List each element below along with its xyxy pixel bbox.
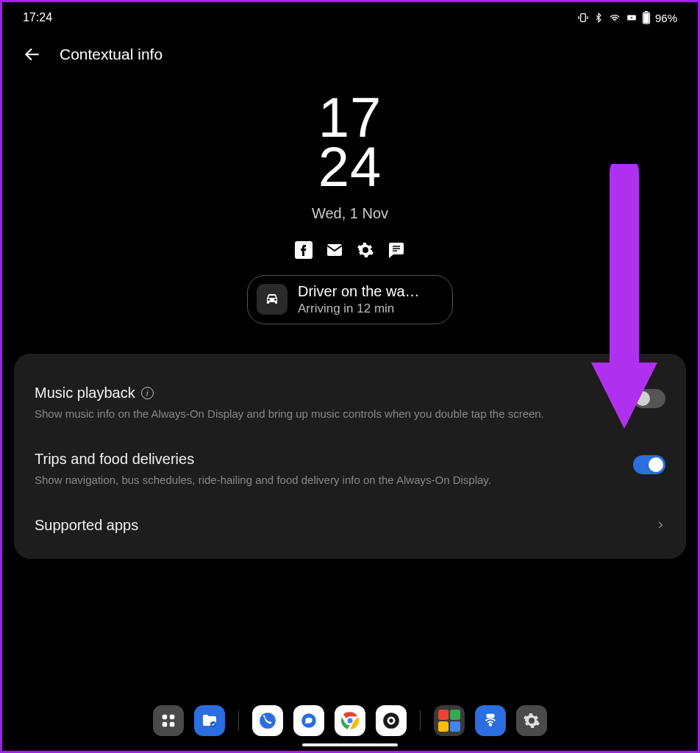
svg-rect-7: [643, 13, 649, 23]
remote-app-icon[interactable]: [475, 705, 506, 736]
bluetooth-icon: [593, 12, 604, 24]
clock-minute: 24: [318, 143, 382, 192]
notification-icons: [295, 241, 405, 259]
svg-rect-6: [645, 11, 648, 13]
svg-rect-16: [170, 715, 174, 719]
app-drawer-icon[interactable]: [153, 705, 184, 736]
svg-text:×: ×: [630, 15, 633, 20]
setting-supported-title: Supported apps: [35, 517, 138, 534]
facebook-icon: [295, 241, 312, 259]
nav-separator: [238, 710, 239, 731]
vibrate-icon: [577, 12, 589, 24]
clock-widget: 17 24: [318, 93, 382, 192]
svg-rect-35: [487, 715, 493, 718]
context-card-title: Driver on the wa…: [298, 283, 420, 300]
setting-trips[interactable]: Trips and food deliveries Show navigatio…: [35, 439, 665, 499]
messages-app-icon[interactable]: [293, 705, 324, 736]
setting-trips-desc: Show navigation, bus schedules, ride-hai…: [35, 472, 618, 488]
setting-trips-title: Trips and food deliveries: [35, 451, 194, 468]
svg-rect-0: [581, 14, 586, 22]
svg-rect-18: [170, 722, 174, 727]
context-card: Driver on the wa… Arriving in 12 min: [247, 275, 453, 324]
chrome-app-icon[interactable]: [335, 705, 365, 736]
svg-rect-32: [438, 721, 449, 732]
back-arrow-icon[interactable]: [23, 45, 42, 64]
gear-icon: [357, 241, 374, 259]
svg-rect-33: [450, 721, 460, 732]
settings-panel: Music playback i Show music info on the …: [14, 354, 686, 559]
data-icon: ×: [626, 13, 638, 23]
svg-rect-31: [450, 710, 460, 720]
phone-app-icon[interactable]: [252, 705, 283, 736]
message-icon: [388, 241, 405, 259]
clock-date: Wed, 1 Nov: [312, 205, 388, 222]
svg-point-34: [490, 724, 492, 726]
page-title: Contextual info: [60, 46, 162, 63]
aod-preview: 17 24 Wed, 1 Nov Driver on the wa… Arriv…: [2, 79, 698, 354]
trips-toggle[interactable]: [633, 455, 665, 474]
context-card-subtitle: Arriving in 12 min: [298, 301, 420, 316]
navigation-bar: [2, 696, 698, 751]
setting-music-desc: Show music info on the Always-On Display…: [35, 406, 618, 421]
setting-music-title: Music playback: [35, 385, 135, 402]
music-toggle[interactable]: [633, 389, 665, 408]
status-icons: × 96%: [577, 11, 677, 24]
chevron-right-icon: [655, 520, 665, 530]
svg-rect-17: [162, 722, 167, 727]
svg-rect-15: [162, 715, 167, 719]
google-folder-icon[interactable]: [434, 705, 465, 736]
settings-app-icon[interactable]: [516, 705, 547, 736]
camera-app-icon[interactable]: [376, 705, 407, 736]
svg-point-29: [389, 718, 393, 722]
wifi-icon: [608, 12, 621, 24]
mail-icon: [326, 241, 343, 259]
setting-supported-apps[interactable]: Supported apps: [35, 505, 665, 546]
files-app-icon[interactable]: [194, 705, 225, 736]
app-bar: Contextual info: [2, 30, 698, 79]
svg-rect-30: [438, 710, 449, 720]
battery-percent: 96%: [655, 12, 677, 24]
status-time: 17:24: [23, 11, 52, 24]
nav-separator: [420, 710, 421, 731]
context-card-text: Driver on the wa… Arriving in 12 min: [298, 283, 420, 316]
gesture-bar[interactable]: [302, 743, 398, 746]
info-icon[interactable]: i: [141, 387, 154, 399]
battery-icon: [642, 11, 651, 24]
setting-music-playback[interactable]: Music playback i Show music info on the …: [35, 373, 665, 433]
car-icon: [257, 284, 288, 315]
status-bar: 17:24 × 96%: [2, 2, 698, 30]
